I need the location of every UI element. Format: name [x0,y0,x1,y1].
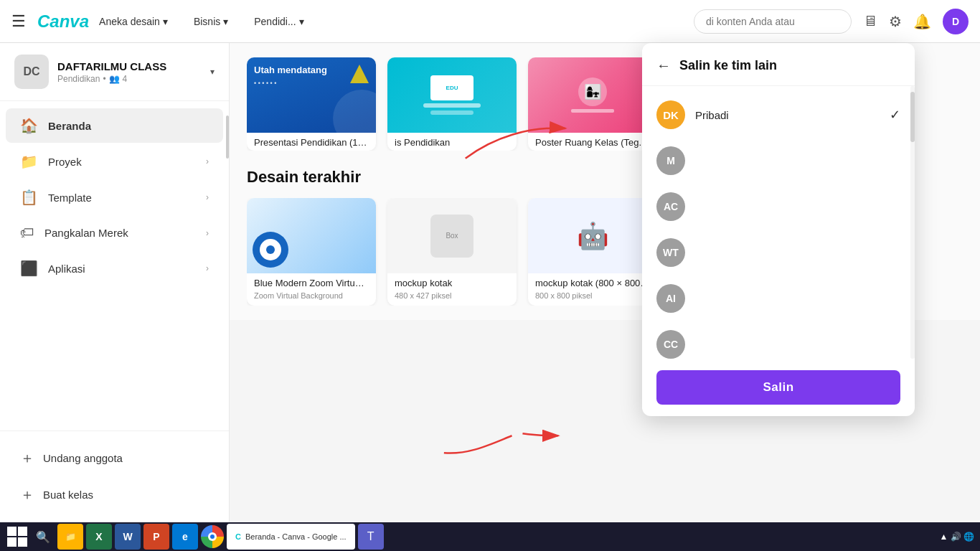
taskbar: 🔍 📁 X W P e C Beranda - Canva - Google .… [0,522,980,551]
card-title: Presentasi Pendidikan (16:... [247,133,376,151]
avatar-dk: DK [656,100,685,129]
panel-header: ← Salin ke tim lain [642,43,915,86]
team-name: DAFTARILMU CLASS [57,60,202,72]
chevron-right-icon: › [206,263,209,273]
taskbar-canva-tab[interactable]: C Beranda - Canva - Google ... [227,524,355,550]
member-icon: 👥 [109,74,120,84]
folder-icon: 📁 [20,153,38,170]
invite-members-action[interactable]: ＋ Undang anggota [6,440,223,476]
search-area [694,9,852,34]
card-sub: Zoom Virtual Background [247,291,376,306]
template-icon: 📋 [20,189,38,206]
card-thumbnail: 🤖 [528,198,657,273]
card-title: is Pendidikan [387,133,517,151]
card-zoom[interactable]: Blue Modern Zoom Virtual Bac... Zoom Vir… [247,198,376,306]
panel-item-cc[interactable]: CC [642,321,915,359]
settings-icon[interactable]: ⚙ [889,13,902,30]
hamburger-menu[interactable]: ☰ [11,12,26,31]
panel-item-wt[interactable]: WT [642,230,915,276]
nav-pendidikan[interactable]: Pendidi... ▾ [244,10,314,33]
salin-button[interactable]: Salin [656,370,900,405]
taskbar-word[interactable]: W [115,524,141,550]
card-title: mockup kotak [387,273,517,291]
card-mockup[interactable]: Box mockup kotak 480 x 427 piksel [387,198,517,306]
monitor-icon[interactable]: 🖥 [863,13,877,29]
panel-scrollbar[interactable] [910,86,915,359]
chevron-down-icon: ▾ [163,16,168,27]
chevron-right-icon: › [206,156,209,166]
sidebar: DC DAFTARILMU CLASS Pendidikan • 👥 4 ▾ 🏠… [0,43,230,551]
copy-to-team-panel: ← Salin ke tim lain DK Pribadi ✓ M [642,43,915,416]
card-title: mockup kotak (800 × 800 piks... [528,273,657,291]
card-thumbnail: Utah mendatang • • • • • • [247,57,376,133]
home-icon: 🏠 [20,117,38,134]
panel-item-m[interactable]: M [642,138,915,184]
sidebar-scrollbar[interactable] [226,101,229,430]
canva-logo: Canva [37,11,89,32]
taskbar-excel[interactable]: X [86,524,112,550]
avatar-ai: AI [656,284,685,313]
create-class-action[interactable]: ＋ Buat kelas [6,476,223,513]
card-thumbnail: EDU [387,57,517,133]
sidebar-item-template[interactable]: 📋 Template › [6,180,223,215]
chevron-right-icon: › [206,192,209,202]
taskbar-screenshots[interactable]: 📁 [57,524,83,550]
avatar-cc: CC [656,330,685,359]
taskbar-chrome[interactable] [201,525,224,548]
card-title: Blue Modern Zoom Virtual Bac... [247,273,376,291]
taskbar-right: ▲ 🔊 🌐 [939,532,974,542]
card-mockup2[interactable]: 🤖 mockup kotak (800 × 800 piks... 800 x … [528,198,657,306]
brand-icon: 🏷 [20,225,34,241]
panel-title: Salin ke tim lain [679,58,777,73]
team-chevron-icon[interactable]: ▾ [210,67,215,77]
sidebar-item-beranda[interactable]: 🏠 Beranda [6,108,223,143]
taskbar-teams[interactable]: T [358,524,384,550]
user-avatar[interactable]: D [943,9,969,34]
team-sub: Pendidikan • 👥 4 [57,74,202,84]
check-icon: ✓ [890,107,900,123]
avatar-wt: WT [656,238,685,267]
panel-item-ai[interactable]: AI [642,276,915,321]
nav-aneka-desain[interactable]: Aneka desain ▾ [89,10,178,33]
search-input[interactable] [694,9,852,34]
chevron-down-icon: ▾ [223,16,228,27]
sidebar-item-pangkalan-merek[interactable]: 🏷 Pangkalan Merek › [6,216,223,250]
team-info: DAFTARILMU CLASS Pendidikan • 👥 4 [57,60,202,84]
sidebar-item-proyek[interactable]: 📁 Proyek › [6,144,223,179]
panel-item-ac[interactable]: AC [642,184,915,230]
chevron-right-icon: › [206,228,209,238]
card-sub: 480 x 427 piksel [387,291,517,306]
panel-footer: Salin [642,359,915,416]
topnav: ☰ Canva Aneka desain ▾ Bisnis ▾ Pendidi.… [0,0,980,43]
card-sub: 800 x 800 piksel [528,291,657,306]
sidebar-item-aplikasi[interactable]: ⬛ Aplikasi › [6,251,223,286]
panel-item-pribadi[interactable]: DK Pribadi ✓ [642,92,915,138]
taskbar-search[interactable]: 🔍 [32,525,55,548]
nav-bisnis[interactable]: Bisnis ▾ [184,10,238,33]
avatar-m: M [656,146,685,175]
card-thumbnail: Box [387,198,517,273]
content-wrapper: Utah mendatang • • • • • • Presentasi Pe… [230,43,980,551]
sidebar-scrollbar-thumb [226,116,229,159]
apps-icon: ⬛ [20,260,38,277]
card-thumbnail: 👩‍👧 [528,57,657,133]
nav-icons: 🖥 ⚙ 🔔 D [863,9,969,34]
bell-icon[interactable]: 🔔 [913,13,931,30]
sidebar-nav: 🏠 Beranda 📁 Proyek › 📋 Template › 🏷 Pang… [0,101,229,430]
card-thumbnail [247,198,376,273]
card-poster[interactable]: 👩‍👧 Poster Ruang Kelas (Teg... [528,57,657,151]
chevron-down-icon: ▾ [299,16,304,27]
plus-icon: ＋ [20,448,34,468]
card-presentasi[interactable]: Utah mendatang • • • • • • Presentasi Pe… [247,57,376,151]
windows-start-button[interactable] [6,525,29,548]
taskbar-powerpoint[interactable]: P [143,524,169,550]
windows-logo [7,527,27,547]
nav-menu: Aneka desain ▾ Bisnis ▾ Pendidi... ▾ [89,10,314,33]
card-edu[interactable]: EDU is Pendidikan [387,57,517,151]
back-button[interactable]: ← [656,57,671,74]
team-header[interactable]: DC DAFTARILMU CLASS Pendidikan • 👥 4 ▾ [0,43,229,101]
panel-list: DK Pribadi ✓ M AC [642,86,915,359]
svg-marker-0 [350,65,369,83]
taskbar-edge[interactable]: e [172,524,198,550]
main-layout: DC DAFTARILMU CLASS Pendidikan • 👥 4 ▾ 🏠… [0,43,980,551]
